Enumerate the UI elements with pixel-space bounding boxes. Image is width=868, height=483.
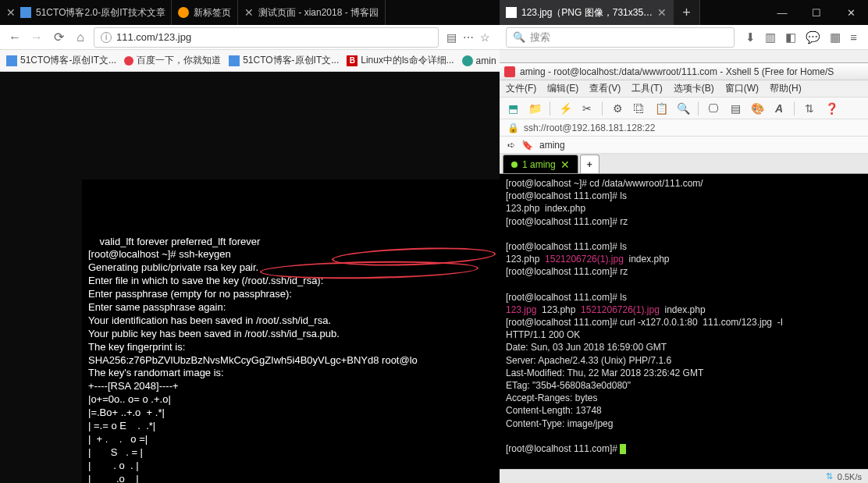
menu-icon[interactable]: ≡	[850, 30, 857, 44]
search-icon: 🔍	[513, 31, 525, 43]
terminal-line: valid_lft forever preferred_lft forever	[88, 236, 493, 249]
menu-window[interactable]: 窗口(W)	[725, 82, 759, 95]
terminal-line: Your public key has been saved in /root/…	[88, 328, 493, 341]
help-icon[interactable]: ❓	[823, 100, 840, 117]
favicon-icon	[229, 55, 240, 66]
tab-strip: ✕51CTO博客2.0-原创IT技术文章 新标签页 ✕测试页面 - xian20…	[0, 0, 500, 25]
bookmark-item[interactable]: amin	[462, 55, 496, 66]
chat-icon[interactable]: 💬	[806, 30, 820, 44]
baidu-icon	[124, 56, 133, 66]
new-session-tab[interactable]: +	[580, 154, 599, 173]
favicon-icon	[20, 7, 31, 18]
sidebar-icon[interactable]: ◧	[785, 30, 796, 44]
terminal-line	[506, 279, 862, 291]
terminal-line: | . o . |	[88, 460, 493, 473]
find-icon[interactable]: 🔍	[674, 100, 692, 117]
terminal-line	[506, 430, 862, 442]
terminal-line: Enter passphrase (empty for no passphras…	[88, 288, 493, 301]
back-button[interactable]: ←	[6, 29, 23, 46]
menu-file[interactable]: 文件(F)	[506, 82, 536, 95]
menu-view[interactable]: 查看(V)	[589, 82, 621, 95]
toolbar-separator	[602, 101, 603, 115]
sessions-icon[interactable]: ▤	[727, 100, 744, 117]
close-button[interactable]: ✕	[834, 0, 868, 25]
color-icon[interactable]: 🎨	[749, 100, 766, 117]
library-icon[interactable]: ▥	[765, 30, 776, 44]
paste-icon[interactable]: 📋	[653, 100, 670, 117]
terminal-line: |o+=0o.. o= o .+.o|	[88, 393, 493, 407]
search-input[interactable]: 🔍 搜索	[506, 27, 735, 48]
tab-3[interactable]: 123.jpg（PNG 图像，731x35…✕	[500, 0, 674, 25]
tab-1[interactable]: 新标签页	[172, 0, 238, 25]
maximize-button[interactable]: ☐	[799, 0, 834, 25]
terminal-line: | + . . o =|	[88, 433, 493, 446]
transfer-icon[interactable]: ⇅	[801, 100, 818, 117]
arrow-icon[interactable]: ➪	[507, 140, 515, 151]
session-tab[interactable]: 1 aming ✕	[503, 154, 578, 173]
address-bar: ← → ⟳ ⌂ i 111.com/123.jpg ▤ ⋯ ☆	[0, 25, 500, 50]
connection-bar: 🔒 ssh://root@192.168.181.128:22	[500, 119, 868, 137]
terminal-line: [root@localhost ~]# cd /data/wwwroot/111…	[506, 177, 862, 190]
bookmark-item[interactable]: 51CTO博客-原创IT文...	[6, 54, 116, 67]
site-info-icon[interactable]: i	[101, 32, 112, 43]
xshell-icon	[504, 66, 515, 77]
properties-icon[interactable]: ⚙	[609, 100, 626, 117]
toolbar-separator	[794, 101, 795, 115]
menu-tab[interactable]: 选项卡(B)	[674, 82, 714, 95]
terminal-line: Enter file in which to save the key (/ro…	[88, 275, 493, 288]
window-controls: — ☐ ✕	[765, 0, 868, 25]
new-session-icon[interactable]: ⬒	[504, 100, 521, 117]
xshell-titlebar[interactable]: aming - root@localhost:/data/wwwroot/111…	[500, 63, 868, 80]
favicon-icon	[6, 55, 17, 66]
session-tab-label: 1 aming	[522, 159, 556, 170]
minimize-button[interactable]: —	[765, 0, 799, 25]
terminal-line: [root@localhost 111.com]# ls	[506, 240, 862, 253]
new-tab-button[interactable]: +	[674, 0, 700, 25]
screen-icon[interactable]: 🖵	[705, 100, 722, 117]
reload-button[interactable]: ⟳	[50, 29, 67, 46]
toolbar-icons: ⬇ ▥ ◧ 💬 ▦ ≡	[741, 30, 862, 44]
tab-label: 123.jpg（PNG 图像，731x35…	[521, 6, 653, 20]
bookmark-item[interactable]: BLinux中的ls命令详细...	[347, 54, 454, 67]
open-icon[interactable]: 📁	[526, 100, 543, 117]
bookmark-icon[interactable]: 🔖	[521, 140, 533, 151]
connection-string[interactable]: ssh://root@192.168.181.128:22	[524, 123, 655, 133]
reader-icon[interactable]: ▤	[446, 31, 457, 44]
close-icon[interactable]: ✕	[657, 6, 667, 19]
url-text: 111.com/123.jpg	[116, 31, 191, 43]
terminal-line: [root@localhost 111.com]# ls	[506, 190, 862, 202]
window-title: aming - root@localhost:/data/wwwroot/111…	[520, 66, 834, 77]
addons-icon[interactable]: ▦	[830, 30, 841, 44]
terminal-output[interactable]: [root@localhost ~]# cd /data/wwwroot/111…	[500, 174, 868, 469]
close-icon[interactable]: ✕	[6, 6, 16, 19]
downloads-icon[interactable]: ⬇	[745, 30, 756, 44]
favicon-icon	[462, 55, 473, 66]
tab-0[interactable]: ✕51CTO博客2.0-原创IT技术文章	[0, 0, 172, 25]
disconnect-icon[interactable]: ✂	[578, 100, 596, 117]
terminal-line: |=.Bo+ ..+.o + .*|	[88, 407, 493, 420]
forward-button[interactable]: →	[28, 29, 45, 46]
terminal-line: [root@localhost ~]# ssh-keygen	[88, 248, 493, 261]
search-placeholder: 搜索	[530, 30, 550, 44]
bookmark-item[interactable]: 51CTO博客-原创IT文...	[229, 54, 339, 67]
font-icon[interactable]: A	[770, 100, 788, 117]
url-input[interactable]: i 111.com/123.jpg	[94, 27, 439, 48]
bookmark-item[interactable]: 百度一下，你就知道	[124, 54, 221, 67]
copy-icon[interactable]: ⿻	[631, 100, 648, 117]
search-bar-row: 🔍 搜索 ⬇ ▥ ◧ 💬 ▦ ≡	[500, 25, 868, 50]
terminal-line: [root@localhost 111.com]# rz	[506, 215, 862, 228]
home-button[interactable]: ⌂	[72, 29, 89, 46]
tab-strip-right: 123.jpg（PNG 图像，731x35…✕ + — ☐ ✕	[500, 0, 868, 25]
more-icon[interactable]: ⋯	[463, 31, 474, 44]
tab-2[interactable]: ✕测试页面 - xian2018 - 博客园	[238, 0, 386, 25]
terminal-line: ETag: "35b4-56808a3e0d080"	[506, 379, 862, 392]
terminal-line: Your identification has been saved in /r…	[88, 314, 493, 328]
reconnect-icon[interactable]: ⚡	[557, 100, 574, 117]
close-icon[interactable]: ✕	[244, 6, 254, 19]
tab-label: 51CTO博客2.0-原创IT技术文章	[36, 6, 165, 20]
menu-help[interactable]: 帮助(H)	[770, 82, 802, 95]
close-icon[interactable]: ✕	[560, 158, 570, 171]
star-icon[interactable]: ☆	[480, 31, 490, 44]
menu-edit[interactable]: 编辑(E)	[547, 82, 578, 95]
menu-tools[interactable]: 工具(T)	[631, 82, 662, 95]
